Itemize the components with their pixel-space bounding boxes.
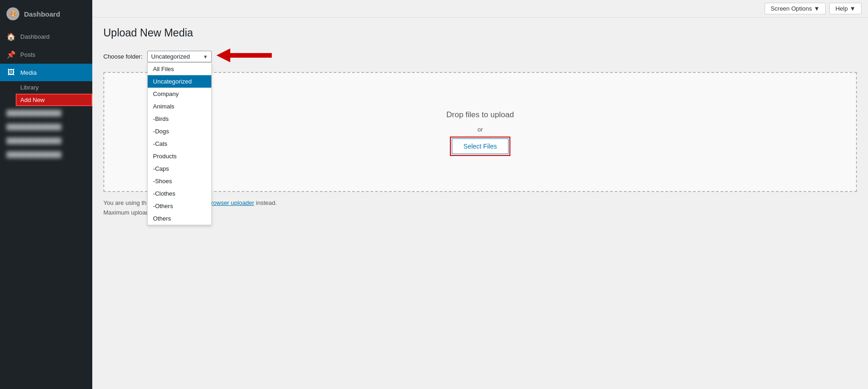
upload-drop-text: Drop files to upload — [446, 110, 514, 120]
sidebar-item-label: Media — [20, 69, 36, 76]
dropdown-item-others-sub[interactable]: -Others — [148, 200, 211, 212]
dropdown-item-uncategorized[interactable]: Uncategorized — [148, 75, 211, 88]
sidebar-item-posts[interactable]: 📌 Posts — [0, 46, 92, 64]
submenu-library[interactable]: Library — [16, 81, 92, 94]
folder-select-display[interactable]: Uncategorized ▼ — [147, 51, 212, 62]
upload-note: You are using th… Problems? Try the brow… — [103, 199, 857, 206]
screen-options-chevron-icon: ▼ — [814, 5, 820, 12]
svg-marker-0 — [216, 48, 272, 62]
dropdown-item-animals[interactable]: Animals — [148, 100, 211, 113]
red-arrow-indicator — [216, 48, 272, 65]
upload-note-prefix: You are using th — [103, 199, 146, 206]
page-title: Upload New Media — [103, 27, 857, 39]
dashboard-icon: 🎨 — [6, 7, 19, 20]
dropdown-item-company[interactable]: Company — [148, 88, 211, 100]
dropdown-item-shoes[interactable]: -Shoes — [148, 175, 211, 187]
help-chevron-icon: ▼ — [850, 5, 856, 12]
dropdown-item-products[interactable]: Products — [148, 150, 211, 162]
dropdown-item-birds[interactable]: -Birds — [148, 113, 211, 125]
sidebar-item-dashboard[interactable]: 🏠 Dashboard — [0, 28, 92, 46]
dashboard-nav-icon: 🏠 — [6, 32, 16, 41]
main-area: Screen Options ▼ Help ▼ Upload New Media… — [92, 0, 868, 389]
folder-label: Choose folder: — [103, 53, 143, 60]
sidebar-item-media[interactable]: 🖼 Media — [0, 64, 92, 81]
sidebar-blurred-3: ██████████████ — [0, 134, 92, 148]
topbar: Screen Options ▼ Help ▼ — [92, 0, 868, 18]
sidebar: 🎨 Dashboard 🏠 Dashboard 📌 Posts 🖼 Media … — [0, 0, 92, 389]
upload-note-end: instead. — [256, 199, 277, 206]
help-button[interactable]: Help ▼ — [829, 3, 862, 14]
dropdown-item-all-files[interactable]: All Files — [148, 63, 211, 75]
dropdown-item-cats[interactable]: -Cats — [148, 138, 211, 150]
folder-dropdown-menu: All Files Uncategorized Company Animals … — [147, 62, 212, 225]
dropdown-item-others[interactable]: Others — [148, 212, 211, 225]
sidebar-blurred-2: ██████████████ — [0, 120, 92, 134]
media-submenu: Library Add New — [0, 81, 92, 106]
sidebar-blurred-4: ██████████████ — [0, 148, 92, 162]
browser-uploader-link[interactable]: browser uploader — [208, 199, 254, 206]
folder-select-wrapper: Uncategorized ▼ All Files Uncategorized … — [147, 51, 212, 62]
sidebar-logo[interactable]: 🎨 Dashboard — [0, 0, 92, 28]
dropdown-item-caps[interactable]: -Caps — [148, 162, 211, 175]
media-icon: 🖼 — [6, 68, 16, 77]
help-label: Help — [835, 5, 848, 12]
sidebar-logo-label: Dashboard — [24, 10, 60, 18]
upload-or-text: or — [478, 126, 483, 133]
submenu-add-new[interactable]: Add New — [16, 94, 92, 106]
dropdown-item-clothes[interactable]: -Clothes — [148, 187, 211, 200]
folder-dropdown-arrow-icon: ▼ — [203, 54, 208, 60]
folder-selected-value: Uncategorized — [151, 53, 190, 60]
max-upload-label: Maximum upload file size: 50 MB. — [103, 209, 857, 216]
sidebar-item-label: Dashboard — [20, 33, 50, 40]
folder-row: Choose folder: Uncategorized ▼ All Files… — [103, 48, 857, 65]
content-area: Upload New Media Choose folder: Uncatego… — [92, 18, 868, 389]
select-files-button[interactable]: Select Files — [452, 138, 508, 154]
sidebar-blurred-1: ██████████████ — [0, 106, 92, 120]
posts-icon: 📌 — [6, 50, 16, 59]
sidebar-item-label: Posts — [20, 51, 36, 58]
dropdown-item-dogs[interactable]: -Dogs — [148, 125, 211, 138]
screen-options-label: Screen Options — [771, 5, 812, 12]
upload-area[interactable]: Drop files to upload or Select Files — [103, 72, 857, 192]
screen-options-button[interactable]: Screen Options ▼ — [765, 3, 826, 14]
